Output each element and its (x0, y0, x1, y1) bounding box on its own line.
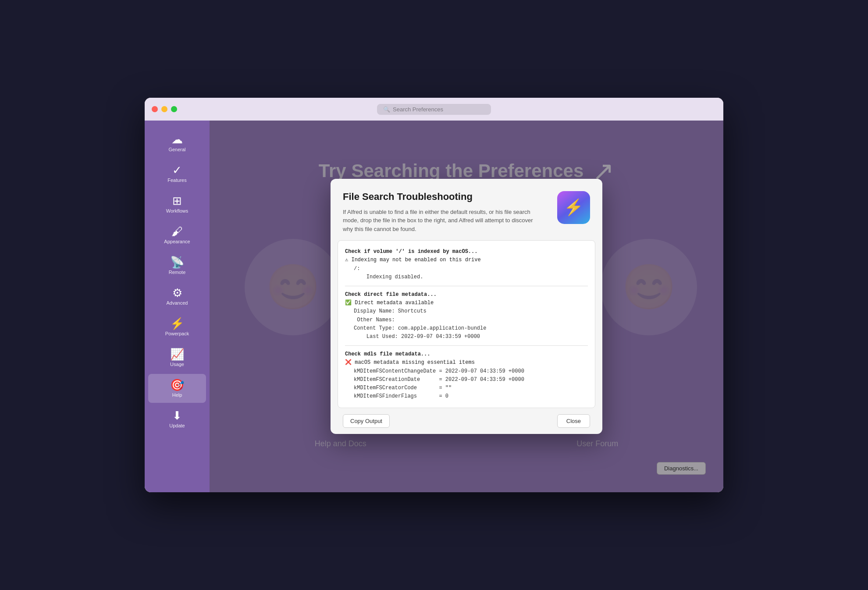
cloud-icon: ☁ (171, 134, 183, 145)
error-text-1: macOS metadata missing essential items (345, 359, 475, 366)
help-icon: 🎯 (170, 379, 184, 391)
title-bar: 🔍 Search Preferences (145, 98, 723, 121)
modal-overlay: File Search Troubleshooting If Alfred is… (210, 121, 723, 492)
output-line-1: Check if volume '/' is indexed by macOS.… (345, 248, 588, 256)
sidebar-item-usage[interactable]: 📈 Usage (148, 343, 206, 372)
content-area: Try Searching the Preferences ↗ 😊 😊 Help… (210, 121, 723, 492)
warning-text-1: Indexing may not be enabled on this driv… (345, 257, 481, 263)
output-line-5: Direct metadata available (345, 299, 588, 307)
sidebar-label-remote: Remote (169, 270, 186, 275)
sidebar-label-features: Features (167, 178, 186, 183)
success-text-1: Direct metadata available (345, 300, 434, 306)
powerpack-icon: ⚡ (170, 318, 184, 329)
main-window: 🔍 Search Preferences ☁ General ✓ Feature… (145, 98, 723, 492)
divider-2 (345, 345, 588, 346)
maximize-button[interactable] (171, 106, 177, 112)
minimize-button[interactable] (161, 106, 167, 112)
search-icon: 🔍 (383, 106, 390, 113)
sidebar-item-remote[interactable]: 📡 Remote (148, 251, 206, 280)
remote-icon: 📡 (170, 256, 184, 268)
sidebar-item-features[interactable]: ✓ Features (148, 159, 206, 188)
sidebar-label-update: Update (169, 423, 185, 428)
sidebar-item-powerpack[interactable]: ⚡ Powerpack (148, 313, 206, 341)
brush-icon: 🖌 (171, 226, 183, 237)
output-line-2: Indexing may not be enabled on this driv… (345, 256, 588, 264)
modal-title-area: File Search Troubleshooting If Alfred is… (343, 191, 557, 234)
output-line-8: macOS metadata missing essential items (345, 359, 588, 367)
app-icon (557, 191, 590, 224)
divider-1 (345, 286, 588, 286)
main-area: ☁ General ✓ Features ⊞ Workflows 🖌 Appea… (145, 121, 723, 492)
copy-output-button[interactable]: Copy Output (343, 414, 390, 428)
output-line-4: Check direct file metadata... (345, 291, 588, 299)
output-line-7: Check mdls file metadata... (345, 350, 588, 359)
sidebar: ☁ General ✓ Features ⊞ Workflows 🖌 Appea… (145, 121, 210, 492)
traffic-lights (152, 106, 177, 112)
modal-title: File Search Troubleshooting (343, 191, 557, 203)
output-line-9: kMDItemFSContentChangeDate = 2022-09-07 … (345, 367, 588, 401)
search-placeholder: Search Preferences (393, 106, 443, 113)
modal-description: If Alfred is unable to find a file in ei… (343, 208, 544, 234)
chart-icon: 📈 (170, 348, 184, 360)
sidebar-item-general[interactable]: ☁ General (148, 128, 206, 157)
sidebar-item-advanced[interactable]: ⚙ Advanced (148, 282, 206, 311)
search-bar[interactable]: 🔍 Search Preferences (377, 104, 491, 115)
output-line-6: Display Name: Shortcuts Other Names:Cont… (345, 307, 588, 341)
sidebar-label-general: General (168, 147, 185, 152)
modal-header: File Search Troubleshooting If Alfred is… (331, 179, 602, 241)
close-button[interactable] (152, 106, 158, 112)
sidebar-label-appearance: Appearance (164, 239, 190, 244)
sidebar-label-advanced: Advanced (167, 300, 188, 306)
sidebar-label-powerpack: Powerpack (165, 331, 189, 336)
output-line-3: /: Indexing disabled. (345, 265, 588, 281)
sidebar-label-workflows: Workflows (166, 208, 189, 213)
output-area[interactable]: Check if volume '/' is indexed by macOS.… (338, 240, 595, 408)
modal-footer: Copy Output Close (331, 408, 602, 434)
close-button[interactable]: Close (557, 414, 590, 428)
sidebar-item-workflows[interactable]: ⊞ Workflows (148, 190, 206, 219)
sidebar-label-usage: Usage (170, 362, 184, 367)
sliders-icon: ⚙ (172, 287, 182, 299)
sidebar-item-update[interactable]: ⬇ Update (148, 405, 206, 434)
sidebar-label-help: Help (172, 392, 182, 398)
download-icon: ⬇ (172, 410, 182, 421)
grid-icon: ⊞ (172, 195, 182, 206)
sidebar-item-help[interactable]: 🎯 Help (148, 374, 206, 403)
sidebar-item-appearance[interactable]: 🖌 Appearance (148, 220, 206, 249)
checkmark-icon: ✓ (172, 164, 182, 176)
troubleshooting-modal: File Search Troubleshooting If Alfred is… (331, 179, 602, 434)
